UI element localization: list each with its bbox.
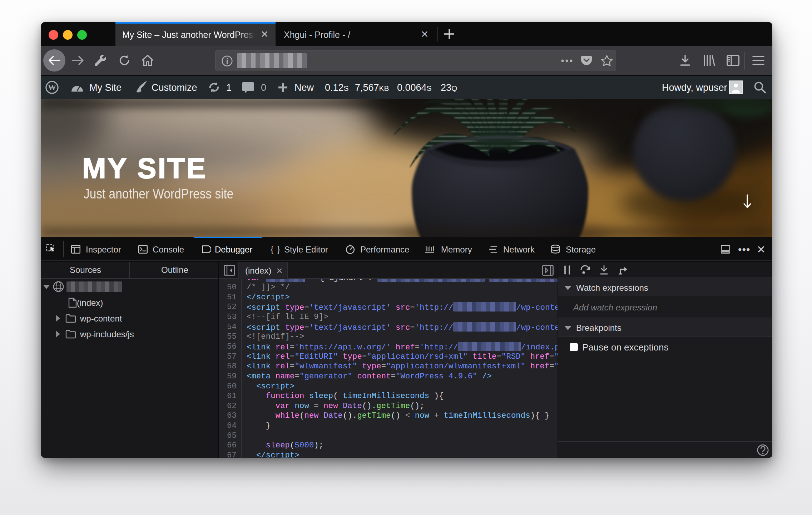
svg-text:W: W (48, 83, 56, 92)
